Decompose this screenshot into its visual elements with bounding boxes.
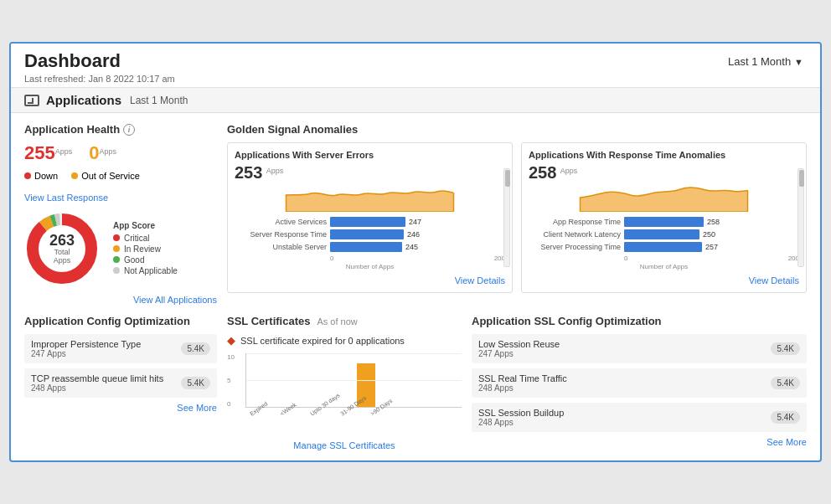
ssl-config-badge: 5.4K [771,411,800,424]
bar-row: Client Network Latency 250 [529,229,799,239]
response-time-count-row: 258 Apps [529,163,799,183]
app-ssl-config-panel: Application SSL Config Optimization Low … [472,315,807,450]
config-item: TCP reassemble queue limit hits 248 Apps… [24,368,217,398]
section-title: Applications [46,93,121,107]
scroll-thumb [505,170,510,187]
info-icon[interactable]: i [123,124,135,136]
scrollbar[interactable] [797,168,804,267]
down-count-label: Apps [55,147,73,156]
server-errors-label: Apps [266,167,284,175]
legend-good: Good [113,255,178,265]
ssl-config-item: Low Session Reuse 247 Apps 5.4K [472,334,807,363]
legend-not-applicable: Not Applicable [113,266,178,275]
response-time-card: Applications With Response Time Anomalie… [521,142,807,293]
ssl-config-badge: 5.4K [771,377,800,389]
donut-sublabel: Apps [49,256,75,265]
applications-icon [24,95,39,106]
bar-axis-label: Number of Apps [235,263,505,270]
ssl-config-see-more[interactable]: See More [472,437,807,447]
in-review-dot [113,245,120,252]
app-config-panel: Application Config Optimization Improper… [24,315,217,450]
server-errors-view-details[interactable]: View Details [235,275,505,285]
response-time-title: Applications With Response Time Anomalie… [529,150,799,160]
not-applicable-dot [113,267,120,274]
donut-total-label: Total [49,248,75,256]
response-time-label: Apps [560,167,578,175]
config-item-info: Improper Persistence Type 247 Apps [31,339,141,358]
config-item: Improper Persistence Type 247 Apps 5.4K [24,334,217,363]
chevron-down-icon: ▼ [794,57,803,67]
gridline-mid [246,380,462,381]
dashboard-title: Dashboard [24,50,175,72]
refresh-time: Last refreshed: Jan 8 2022 10:17 am [24,74,175,84]
header-left: Dashboard Last refreshed: Jan 8 2022 10:… [24,50,175,84]
ssl-alert-text: SSL certificate expired for 0 applicatio… [240,336,405,346]
app-health-panel: Application Health i 255Apps 0Apps Down [24,123,217,305]
server-errors-bars: Active Services 247 Server Response Time… [235,217,505,270]
ssl-y-axis: 10 5 0 [227,353,235,408]
config-badge: 5.4K [181,342,210,355]
bar-row: Active Services 247 [235,217,505,227]
health-counts: 255Apps 0Apps [24,142,217,164]
down-count: 255 [24,142,55,163]
donut-center: 263 Total Apps [49,233,75,265]
app-ssl-config-title: Application SSL Config Optimization [472,315,807,327]
bar-axis-label: Number of Apps [529,263,799,270]
donut-total: 263 [49,233,75,248]
ssl-panel-header: SSL Certificates As of now [227,315,462,327]
config-item-info: TCP reassemble queue limit hits 248 Apps [31,373,163,393]
server-errors-sparkline [235,183,505,212]
bar-row: Server Response Time 246 [235,229,505,239]
donut-chart: 263 Total Apps [24,211,100,286]
ssl-alert: ◆ SSL certificate expired for 0 applicat… [227,334,462,347]
ssl-panel-title: SSL Certificates [227,315,310,327]
golden-signals-panel: Golden Signal Anomalies Applications Wit… [227,123,807,305]
app-health-title: Application Health i [24,123,217,136]
view-last-response-link[interactable]: View Last Response [24,193,108,203]
config-badge: 5.4K [181,377,210,389]
main-content: Application Health i 255Apps 0Apps Down [11,113,820,315]
response-time-sparkline [529,183,799,212]
good-dot [113,256,120,263]
ssl-config-item: SSL Session Buildup 248 Apps 5.4K [472,403,807,432]
ssl-config-item-info: Low Session Reuse 247 Apps [478,339,560,358]
ssl-config-item-info: SSL Real Time Traffic 248 Apps [478,373,567,393]
response-time-view-details[interactable]: View Details [529,275,799,285]
manage-ssl-link[interactable]: Manage SSL Certificates [227,440,462,450]
dashboard-header: Dashboard Last refreshed: Jan 8 2022 10:… [11,44,820,88]
ssl-chart-inner: 10 5 0 [227,353,462,424]
gridline-top [246,353,462,354]
section-filter: Last 1 Month [130,95,188,106]
ssl-chart: 10 5 0 [227,353,462,437]
bar-row: Unstable Server 245 [235,242,505,252]
app-config-title: Application Config Optimization [24,315,217,327]
bar-axis: 0 200 [529,255,799,262]
time-filter-dropdown[interactable]: Last 1 Month ▼ [728,55,807,68]
oos-count-label: Apps [99,147,116,156]
server-errors-count: 253 [235,163,262,182]
response-time-count: 258 [529,163,556,182]
legend-critical: Critical [113,234,178,243]
ssl-alert-icon: ◆ [227,334,235,347]
server-errors-title: Applications With Server Errors [235,150,505,160]
ssl-config-badge: 5.4K [771,342,800,355]
oos-dot [71,172,78,179]
bar-row: Server Processing Time 257 [529,242,799,252]
down-dot [24,172,31,179]
scroll-thumb [799,170,804,187]
view-all-applications-link[interactable]: View All Applications [24,295,217,305]
health-status-labels: Down Out of Service [24,171,217,181]
scrollbar[interactable] [503,168,510,267]
legend-in-review: In Review [113,244,178,254]
bottom-row: Application Config Optimization Improper… [11,315,820,460]
ssl-bars-container [245,353,462,408]
app-score-title: App Score [113,221,178,230]
ssl-x-labels: Expired <Week Upto 30 days 31-90 Days >9… [245,410,462,418]
oos-status: Out of Service [71,171,140,181]
donut-section: 263 Total Apps App Score Critical In Rev… [24,211,217,286]
ssl-config-item: SSL Real Time Traffic 248 Apps 5.4K [472,368,807,398]
signal-cards: Applications With Server Errors 253 Apps [227,142,807,293]
app-config-see-more[interactable]: See More [24,403,217,413]
bar-axis: 0 200 [235,255,505,262]
section-bar: Applications Last 1 Month [11,88,820,113]
